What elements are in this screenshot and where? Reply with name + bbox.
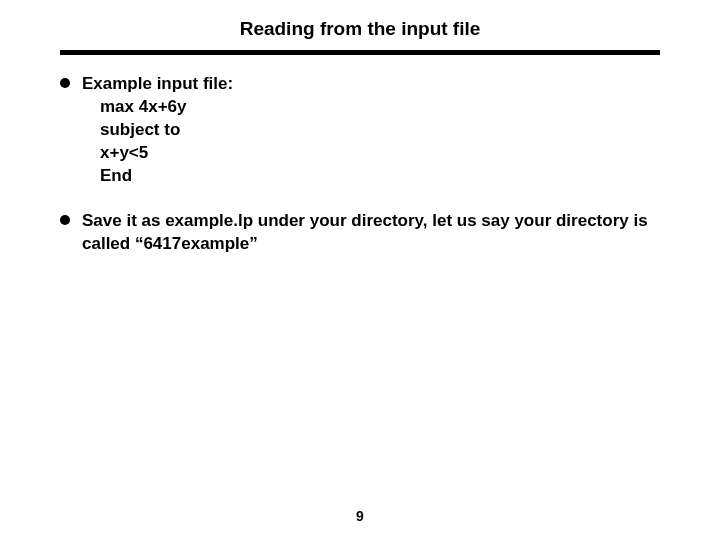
list-item: Example input file: max 4x+6y subject to… [60,73,660,188]
page-number: 9 [0,508,720,524]
bullet-sublines: max 4x+6y subject to x+y<5 End [82,96,660,188]
page-title: Reading from the input file [0,0,720,50]
title-divider [60,50,660,55]
bullet-body: Example input file: max 4x+6y subject to… [82,73,660,188]
code-line: subject to [100,119,660,142]
code-line: End [100,165,660,188]
bullet-lead: Example input file: [82,73,660,96]
bullet-icon [60,215,70,225]
bullet-icon [60,78,70,88]
content-area: Example input file: max 4x+6y subject to… [0,73,720,256]
code-line: max 4x+6y [100,96,660,119]
list-item: Save it as example.lp under your directo… [60,210,660,256]
bullet-body: Save it as example.lp under your directo… [82,210,660,256]
code-line: x+y<5 [100,142,660,165]
bullet-lead: Save it as example.lp under your directo… [82,210,660,256]
